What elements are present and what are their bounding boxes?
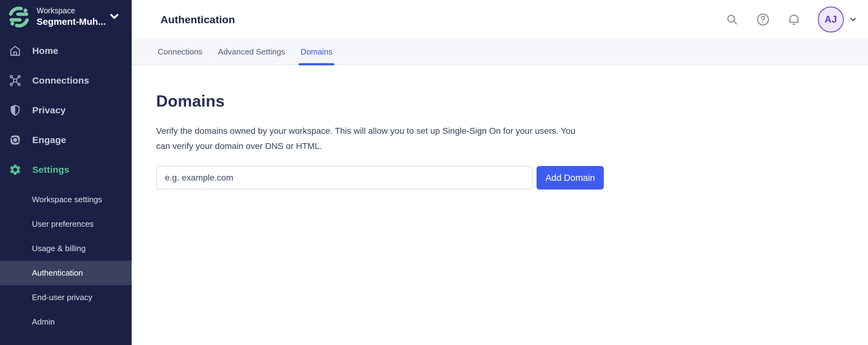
domain-input[interactable] xyxy=(156,166,533,190)
gear-icon xyxy=(9,163,22,176)
domains-description: Verify the domains owned by your workspa… xyxy=(156,123,590,154)
sidebar-item-privacy[interactable]: Privacy xyxy=(0,95,132,125)
page-header: Authentication AJ xyxy=(132,0,868,39)
sidebar-subitem-label: Workspace settings xyxy=(32,195,102,205)
tab-advanced-settings[interactable]: Advanced Settings xyxy=(217,39,286,65)
connections-icon xyxy=(9,74,22,87)
sidebar-item-label: Home xyxy=(32,45,58,56)
workspace-label: Workspace xyxy=(36,6,108,16)
sidebar-subitem-label: User preferences xyxy=(32,219,94,229)
sidebar-item-label: Engage xyxy=(32,135,66,145)
sidebar-item-connections[interactable]: Connections xyxy=(0,66,132,95)
segment-logo-icon xyxy=(7,5,31,29)
sidebar-item-settings[interactable]: Settings xyxy=(0,155,132,185)
sidebar-subitem-label: Usage & billing xyxy=(32,244,86,253)
chevron-down-icon xyxy=(849,15,858,24)
avatar-initials: AJ xyxy=(825,14,837,25)
sidebar-subitem-workspace-settings[interactable]: Workspace settings xyxy=(0,187,132,212)
settings-sub-nav: Workspace settings User preferences Usag… xyxy=(0,187,132,334)
sidebar-subitem-usage-billing[interactable]: Usage & billing xyxy=(0,236,132,261)
tab-connections[interactable]: Connections xyxy=(157,39,203,65)
workspace-switcher[interactable]: Workspace Segment-Muh... xyxy=(0,0,132,36)
sidebar-item-label: Connections xyxy=(32,75,89,86)
topbar-actions: AJ xyxy=(725,0,858,39)
shield-icon xyxy=(9,104,22,117)
sidebar-subitem-authentication[interactable]: Authentication xyxy=(0,261,132,285)
sidebar-item-label: Settings xyxy=(32,164,69,175)
sidebar-subitem-end-user-privacy[interactable]: End-user privacy xyxy=(0,285,132,310)
sidebar-subitem-label: End-user privacy xyxy=(32,293,92,302)
page-title: Authentication xyxy=(160,0,235,39)
add-domain-button[interactable]: Add Domain xyxy=(536,166,604,190)
sidebar-item-engage[interactable]: Engage xyxy=(0,125,132,155)
sidebar-item-home[interactable]: Home xyxy=(0,36,132,66)
help-icon[interactable] xyxy=(756,12,770,27)
sidebar-subitem-user-preferences[interactable]: User preferences xyxy=(0,212,132,236)
notifications-bell-icon[interactable] xyxy=(787,12,801,27)
sidebar-subitem-label: Authentication xyxy=(32,268,83,278)
engage-icon xyxy=(9,133,22,147)
tab-bar: Connections Advanced Settings Domains xyxy=(132,39,868,65)
home-icon xyxy=(9,44,22,57)
search-icon[interactable] xyxy=(725,12,739,27)
domains-heading: Domains xyxy=(156,92,868,110)
main-content: Domains Verify the domains owned by your… xyxy=(132,66,868,345)
avatar: AJ xyxy=(818,6,844,33)
sidebar-subitem-admin[interactable]: Admin xyxy=(0,310,132,334)
sidebar: Workspace Segment-Muh... Home xyxy=(0,0,132,345)
tab-domains[interactable]: Domains xyxy=(300,39,333,65)
chevron-down-icon xyxy=(109,11,120,22)
sidebar-main-nav: Home Connections xyxy=(0,36,132,185)
add-domain-form: Add Domain xyxy=(156,166,868,190)
sidebar-item-label: Privacy xyxy=(32,105,66,116)
workspace-name: Segment-Muh... xyxy=(36,16,108,28)
sidebar-subitem-label: Admin xyxy=(32,317,55,327)
user-menu[interactable]: AJ xyxy=(818,6,858,33)
